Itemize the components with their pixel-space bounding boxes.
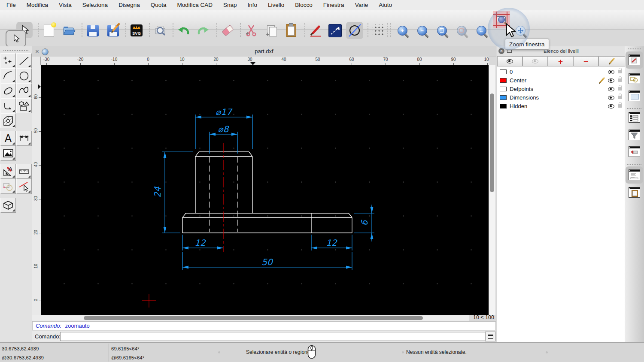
new-document-button[interactable] [41, 23, 57, 38]
open-folder-icon [63, 24, 76, 36]
attributes-pen-button[interactable] [308, 23, 323, 38]
menu-blocco[interactable]: Blocco [295, 2, 313, 8]
eye-icon[interactable] [608, 78, 614, 83]
horizontal-scrollbar[interactable] [32, 315, 469, 321]
menu-file[interactable]: File [6, 2, 16, 8]
dock-property-editor-button[interactable] [629, 54, 640, 65]
lock-icon[interactable] [618, 94, 622, 99]
eye-icon[interactable] [608, 70, 614, 74]
eye-icon[interactable] [608, 96, 614, 100]
dock-library-browser-button[interactable] [629, 90, 640, 101]
command-detach-button[interactable] [485, 332, 496, 341]
line-tool-button[interactable] [16, 53, 32, 68]
layer-row-hidden[interactable]: Hidden [497, 102, 625, 111]
menu-quota[interactable]: Quota [151, 2, 167, 8]
hide-all-layers-button[interactable] [522, 56, 548, 66]
layer-row-center[interactable]: Center [497, 76, 625, 85]
save-button[interactable] [85, 23, 100, 38]
edit-layer-button[interactable] [598, 56, 625, 66]
undo-button[interactable] [176, 23, 191, 38]
circle-tool-button[interactable] [16, 68, 32, 83]
menu-disegna[interactable]: Disegna [118, 2, 140, 8]
zoom-auto-button[interactable] [434, 23, 450, 38]
layer-color-swatch[interactable] [500, 104, 507, 109]
layer-row-dimensions[interactable]: Dimensions [497, 94, 625, 102]
lock-icon[interactable] [618, 102, 622, 108]
selection-pointer-button[interactable] [6, 30, 26, 47]
menu-snap[interactable]: Snap [223, 2, 237, 8]
block-tool-button[interactable] [0, 179, 16, 194]
part-outline[interactable] [182, 152, 352, 233]
lock-icon[interactable] [618, 68, 622, 73]
horizontal-scrollbar-thumb[interactable] [84, 316, 423, 320]
dock-layer-list-button[interactable] [629, 112, 640, 123]
menu-seleziona[interactable]: Seleziona [82, 2, 108, 8]
vertical-scrollbar-thumb[interactable] [490, 94, 494, 192]
ellipse-tool-button[interactable] [0, 83, 16, 98]
image-tool-button[interactable] [0, 146, 16, 161]
relative-cartesian-coordinates: @30.6753,62.4939 [2, 355, 44, 360]
arc-tool-button[interactable] [0, 68, 16, 83]
menu-vista[interactable]: Vista [59, 2, 72, 8]
dock-block-list-button[interactable] [629, 73, 640, 84]
menu-modifica-cad[interactable]: Modifica CAD [177, 2, 213, 8]
layer-color-swatch[interactable] [500, 78, 507, 83]
spline-tool-button[interactable] [16, 83, 32, 98]
construction-circle-button[interactable] [346, 22, 363, 39]
hatch-tool-button[interactable] [0, 113, 16, 128]
view-3d-tool-button[interactable] [0, 198, 16, 213]
delete-button[interactable] [220, 23, 235, 38]
menu-info[interactable]: Info [248, 2, 258, 8]
lock-icon[interactable] [618, 85, 622, 90]
add-layer-button[interactable]: + [548, 56, 573, 66]
grid-toggle-button[interactable] [371, 23, 386, 38]
cut-button[interactable] [243, 23, 259, 38]
text-tool-button[interactable]: A [0, 131, 16, 146]
measure-tool-button[interactable] [16, 164, 32, 179]
dock-drag-handle[interactable] [628, 48, 641, 49]
palette-drag-handle[interactable] [3, 50, 28, 51]
menu-modifica[interactable]: Modifica [27, 2, 48, 8]
polyline-tool-button[interactable] [0, 98, 16, 113]
redo-button[interactable] [195, 23, 211, 38]
open-file-button[interactable] [61, 23, 77, 38]
select-entity-tool-button[interactable] [16, 179, 32, 194]
dimension-tool-button[interactable] [16, 131, 32, 146]
command-input[interactable] [60, 332, 487, 341]
lock-icon[interactable] [618, 76, 622, 82]
copy-button[interactable] [264, 23, 279, 38]
layer-row-0[interactable]: 0 [497, 68, 625, 76]
menu-varie[interactable]: Varie [355, 2, 368, 8]
shapes-tool-button[interactable] [16, 98, 32, 113]
points-tool-button[interactable] [0, 53, 16, 68]
pencil-icon [608, 58, 615, 65]
eye-icon[interactable] [608, 87, 614, 91]
svg-export-button[interactable]: SVG [129, 23, 144, 38]
menu-livello[interactable]: Livello [268, 2, 284, 8]
dock-selection-info-button[interactable] [629, 146, 640, 157]
zoom-in-button[interactable]: + [395, 23, 410, 38]
vertical-scrollbar[interactable] [489, 65, 495, 315]
zoom-out-button[interactable]: − [414, 23, 430, 38]
layer-row-defpoints[interactable]: Defpoints [497, 85, 625, 94]
save-as-button[interactable] [105, 23, 121, 38]
ruler-position-marker-h [250, 62, 255, 65]
paste-button[interactable] [283, 23, 299, 38]
dock-command-line-button[interactable] [629, 169, 640, 180]
eye-icon[interactable] [608, 104, 614, 109]
layer-color-swatch[interactable] [500, 87, 507, 91]
dim-6-label: 6 [359, 219, 370, 226]
menu-finestra[interactable]: Finestra [323, 2, 344, 8]
show-all-layers-button[interactable] [497, 56, 522, 66]
zoom-previous-button[interactable]: ← [474, 23, 489, 38]
remove-layer-button[interactable]: − [573, 56, 598, 66]
layer-color-swatch[interactable] [500, 95, 507, 100]
print-preview-button[interactable] [152, 23, 168, 38]
layer-color-swatch[interactable] [500, 69, 507, 74]
dimension-lines[interactable] [162, 115, 374, 270]
menu-aiuto[interactable]: Aiuto [379, 2, 392, 8]
dock-filter-button[interactable] [629, 130, 640, 140]
line-attributes-button[interactable] [327, 23, 343, 38]
dock-clipboard-button[interactable] [629, 187, 640, 198]
modify-tool-button[interactable] [0, 164, 16, 179]
